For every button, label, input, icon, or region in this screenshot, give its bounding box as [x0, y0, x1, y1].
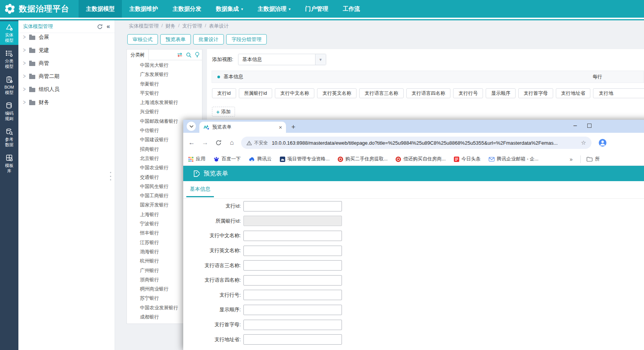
address-bar[interactable]: 不安全 10.0.0.163:8988/masterdata/eweb/titl… — [241, 137, 591, 149]
breadcrumb-item[interactable]: 实体模型管理 — [129, 23, 159, 30]
select-dropdown-arrow-icon[interactable]: ▼ — [315, 54, 326, 65]
reload-icon[interactable] — [215, 139, 222, 147]
browser-tab-preview-form[interactable]: 预览表单 × — [199, 122, 286, 133]
field-chip[interactable]: 支行英文名称 — [317, 88, 356, 98]
tree-item-org-personnel[interactable]: >组织人员 — [18, 83, 115, 96]
nav-workflow[interactable]: 工作流 — [335, 0, 367, 18]
expand-chevron-icon[interactable]: > — [23, 73, 26, 80]
nav-portal-management[interactable]: 门户管理 — [298, 0, 335, 18]
bank-item[interactable]: 华夏银行 — [127, 79, 202, 89]
bookmarks-divider — [580, 155, 581, 163]
home-icon[interactable]: ⌂ — [228, 139, 236, 147]
tree-item-exhibition[interactable]: >会展 — [18, 31, 115, 44]
new-tab-button[interactable]: + — [291, 124, 296, 130]
bookmark-toutiao[interactable]: 今日头条 — [454, 156, 481, 162]
expand-chevron-icon[interactable]: > — [23, 47, 26, 54]
field-chip[interactable]: 支行地址省 — [556, 88, 591, 98]
display-order-input[interactable] — [243, 305, 342, 315]
tab-search-chevron-icon[interactable] — [187, 122, 196, 131]
branch-cn-name-input[interactable] — [243, 231, 342, 241]
tab-basic-info[interactable]: 基本信息 — [186, 186, 214, 197]
bank-item[interactable]: 中国光大银行 — [127, 61, 202, 70]
window-maximize-button[interactable] — [587, 124, 591, 128]
sidebar-item-entity-model[interactable]: 实体 模型 — [0, 21, 18, 45]
collapse-panel-icon[interactable]: « — [107, 23, 110, 30]
branch-initial-input[interactable] — [243, 320, 342, 330]
tab-close-icon[interactable]: × — [279, 124, 282, 130]
audit-formula-button[interactable]: 审核公式 — [127, 34, 158, 45]
swap-icon[interactable] — [177, 52, 183, 58]
window-minimize-button[interactable]: – — [573, 122, 577, 129]
branch-lang4-name-input[interactable] — [243, 275, 342, 286]
branch-lang3-name-input[interactable] — [243, 260, 342, 271]
field-chip[interactable]: 显示顺序 — [486, 88, 516, 98]
bank-item[interactable]: 广东发展银行 — [127, 70, 202, 79]
batch-design-button[interactable]: 批量设计 — [193, 34, 224, 45]
nav-data-integration[interactable]: 数据集成 — [209, 0, 250, 18]
field-chip[interactable]: 支行行号 — [453, 88, 483, 98]
sidebar-item-reference-data[interactable]: 参考 数据 — [0, 125, 18, 149]
refresh-icon[interactable] — [97, 24, 103, 30]
bookmark-tencent-exmail[interactable]: 腾讯企业邮箱 - 企... — [489, 156, 539, 162]
sidebar-item-coding-rules[interactable]: 编码 规则 — [0, 99, 18, 123]
module-sidebar: 实体 模型 分类 模型 BOM 模型 编码 规则 参考 数据 模板 库 — [0, 20, 18, 350]
panel-resize-handle[interactable] — [110, 172, 112, 180]
tree-item-commercial-phase2[interactable]: >商管二期 — [18, 70, 115, 83]
bank-item[interactable]: 上海浦东发展银行 — [127, 98, 202, 107]
lightbulb-icon[interactable] — [195, 52, 200, 58]
field-chip[interactable]: 支行语言三名称 — [359, 88, 404, 98]
field-chip[interactable]: 支行地 — [593, 88, 644, 98]
expand-chevron-icon[interactable]: > — [23, 34, 26, 41]
bom-model-icon — [5, 76, 13, 84]
nav-master-data-maintain[interactable]: 主数据维护 — [122, 0, 165, 18]
expand-chevron-icon[interactable]: > — [23, 99, 26, 106]
expand-chevron-icon[interactable]: > — [23, 60, 26, 67]
pm-site-icon — [280, 157, 285, 162]
branch-en-name-input[interactable] — [243, 246, 342, 256]
field-label: 支行语言三名称: — [183, 262, 241, 269]
coding-rules-icon — [5, 102, 13, 111]
field-chip[interactable]: 支行id — [212, 88, 236, 98]
add-field-button[interactable]: + 添加 — [212, 107, 235, 117]
bookmark-star-icon[interactable]: ☆ — [581, 139, 586, 146]
tree-item-commercial[interactable]: >商管 — [18, 57, 115, 70]
profile-avatar-icon[interactable] — [598, 139, 607, 147]
field-chip[interactable]: 支行语言四名称 — [406, 88, 451, 98]
forward-icon[interactable]: → — [201, 139, 209, 147]
branch-number-input[interactable] — [243, 290, 342, 300]
sidebar-item-category-model[interactable]: 分类 模型 — [0, 47, 18, 71]
sidebar-item-bom-model[interactable]: BOM 模型 — [0, 73, 18, 97]
field-chip[interactable]: 支行首字母 — [518, 88, 553, 98]
bank-item[interactable]: 兴业银行 — [127, 107, 202, 116]
field-group-manage-button[interactable]: 字段分组管理 — [226, 34, 267, 45]
bookmarks-overflow-chevron[interactable]: » — [570, 156, 573, 162]
not-secure-warning-icon — [246, 140, 252, 145]
bookmark-project-management[interactable]: 项目管理专业资格... — [280, 156, 330, 162]
search-icon[interactable] — [186, 52, 192, 58]
bookmark-housing-fund-repay[interactable]: 偿还购买自住房商... — [396, 156, 445, 162]
preview-form-button[interactable]: 预览表单 — [160, 34, 191, 45]
field-chip[interactable]: 所属银行id — [239, 88, 273, 98]
bookmark-housing-fund-buy[interactable]: 购买二手住房提取... — [338, 156, 388, 162]
bookmark-tencent-cloud[interactable]: 腾讯云 — [249, 156, 272, 162]
field-chip[interactable]: 支行中文名称 — [275, 88, 314, 98]
bank-item[interactable]: 平安银行 — [127, 89, 202, 98]
branch-id-input[interactable] — [243, 201, 342, 211]
tree-item-finance[interactable]: >财务 — [18, 96, 115, 109]
breadcrumb-item[interactable]: 支行管理 — [182, 23, 202, 30]
back-icon[interactable]: ← — [188, 139, 196, 147]
breadcrumb-item[interactable]: 财务 — [166, 23, 176, 30]
add-view-select[interactable]: 基本信息 ▼ — [238, 54, 326, 65]
bookmark-baidu[interactable]: 百度一下 — [214, 156, 241, 162]
classification-tree-tab[interactable]: 分类树 — [127, 49, 149, 60]
breadcrumb-item[interactable]: 表单设计 — [209, 23, 229, 30]
branch-province-input[interactable] — [243, 334, 342, 345]
bookmarks-folder[interactable]: 所 — [586, 156, 600, 162]
nav-master-data-governance[interactable]: 主数据治理 — [250, 0, 298, 18]
expand-chevron-icon[interactable]: > — [23, 86, 26, 93]
bookmark-apps[interactable]: 应用 — [188, 156, 205, 162]
tree-item-party-building[interactable]: >党建 — [18, 44, 115, 57]
nav-master-data-distribute[interactable]: 主数据分发 — [165, 0, 209, 18]
sidebar-item-template-library[interactable]: 模板 库 — [0, 152, 18, 175]
nav-master-data-model[interactable]: 主数据模型 — [79, 0, 122, 18]
